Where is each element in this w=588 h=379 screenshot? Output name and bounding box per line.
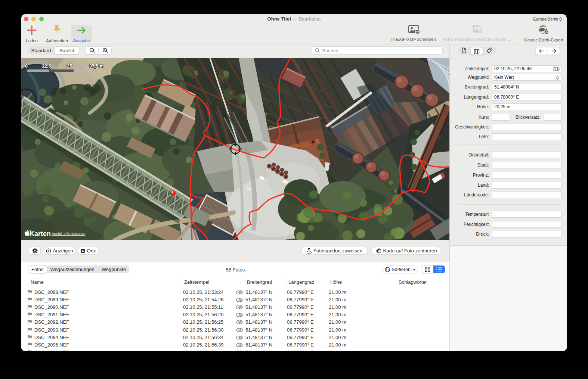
svg-text:Karten: Karten — [30, 230, 51, 237]
svg-text:37,5 m: 37,5 m — [89, 63, 104, 69]
svg-text:Rechtl. Informationen: Rechtl. Informationen — [52, 232, 85, 236]
svg-text:12,5: 12,5 — [42, 63, 51, 69]
svg-text:0: 0 — [25, 63, 28, 69]
svg-text:25: 25 — [67, 63, 72, 69]
